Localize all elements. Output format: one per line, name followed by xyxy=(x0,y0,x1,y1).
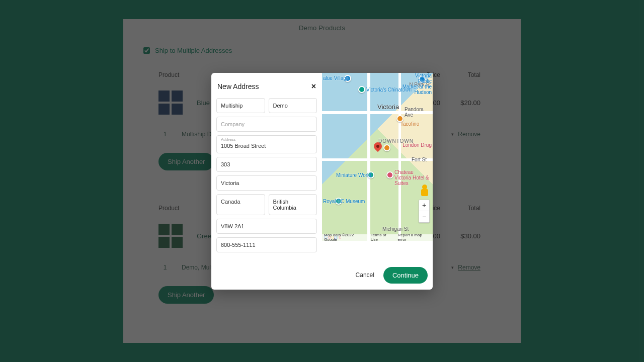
map-attribution: Map data ©2022 Google Terms of Use Repor… xyxy=(322,234,433,241)
company-field[interactable]: Company xyxy=(216,117,317,132)
postal-field[interactable]: V8W 2A1 xyxy=(216,219,317,234)
map-preview[interactable]: Victoria DOWNTOWN Pandora Ave Fort St N … xyxy=(322,73,433,241)
address2-field[interactable]: 303 xyxy=(216,157,317,172)
first-name-field[interactable]: Multiship xyxy=(216,98,265,113)
continue-button[interactable]: Continue xyxy=(383,267,428,284)
city-field[interactable]: Victoria xyxy=(216,175,317,191)
map-street-label: Pandora Ave xyxy=(405,107,433,118)
map-poi-label: Tacofino xyxy=(400,121,419,127)
map-city-label: Victoria xyxy=(377,103,399,111)
modal-overlay: New Address × Multiship Demo Company Add… xyxy=(0,0,644,362)
country-field[interactable]: Canada xyxy=(216,194,265,215)
cancel-button[interactable]: Cancel xyxy=(354,268,376,282)
close-icon[interactable]: × xyxy=(311,82,317,91)
map-poi-label: Chateau Victoria Hotel & Suites xyxy=(394,169,430,186)
map-street-label: Michigan St xyxy=(382,226,409,232)
map-street-label: Fort St xyxy=(412,157,427,162)
map-poi-label: London Drug xyxy=(403,142,432,148)
province-field[interactable]: British Columbia xyxy=(269,194,317,215)
new-address-modal: New Address × Multiship Demo Company Add… xyxy=(211,73,433,290)
address-value: 1005 Broad Street xyxy=(221,143,266,149)
map-zoom-control: + − xyxy=(419,200,430,223)
map-poi-icon xyxy=(383,144,390,151)
map-poi-label: alue Village xyxy=(323,75,349,81)
phone-field[interactable]: 800-555-1111 xyxy=(216,237,317,252)
map-report-link[interactable]: Report a map error xyxy=(397,233,431,241)
map-poi-icon xyxy=(358,86,365,93)
map-data-text: Map data ©2022 Google xyxy=(324,233,367,241)
address-label: Address xyxy=(221,137,235,142)
modal-footer: Cancel Continue xyxy=(211,261,433,290)
address-field[interactable]: Address 1005 Broad Street xyxy=(216,135,317,153)
map-road xyxy=(367,73,370,241)
modal-title-row: New Address × xyxy=(216,82,317,91)
last-name-field[interactable]: Demo xyxy=(269,98,317,113)
map-road xyxy=(398,73,401,241)
zoom-in-button[interactable]: + xyxy=(419,200,429,211)
map-pin-icon xyxy=(374,142,382,154)
modal-body: New Address × Multiship Demo Company Add… xyxy=(211,73,433,261)
modal-title: New Address xyxy=(217,82,259,90)
map-poi-label: Royal BC Museum xyxy=(323,199,365,204)
address-form: New Address × Multiship Demo Company Add… xyxy=(211,73,322,261)
map-poi-label: Victoria Public Market at the Hudson xyxy=(401,73,432,95)
map-poi-label: Miniature World xyxy=(336,172,371,178)
pegman-icon[interactable] xyxy=(420,185,429,198)
map-terms-link[interactable]: Terms of Use xyxy=(371,233,394,241)
zoom-out-button[interactable]: − xyxy=(419,211,429,222)
map-poi-icon xyxy=(386,171,393,178)
